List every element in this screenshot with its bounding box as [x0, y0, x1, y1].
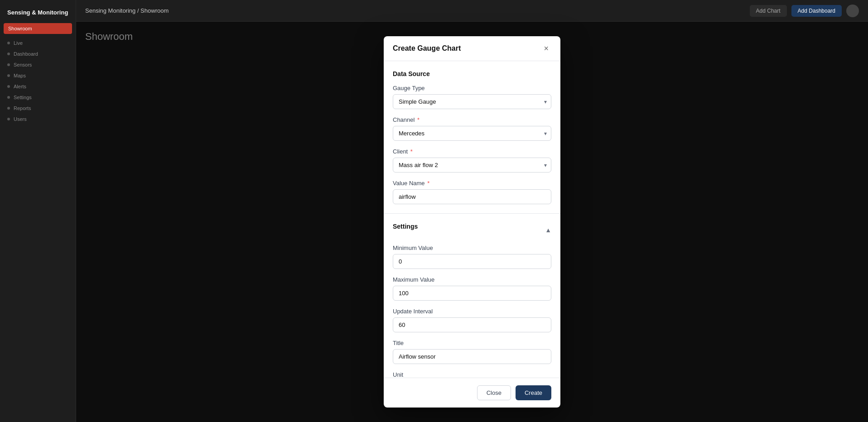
- client-required-marker: *: [409, 148, 413, 155]
- gauge-type-select-wrapper: Simple Gauge: [393, 94, 551, 109]
- channel-select-wrapper: Mercedes: [393, 126, 551, 141]
- max-value-input[interactable]: [393, 286, 551, 301]
- sidebar-item-maps[interactable]: Maps: [0, 70, 76, 81]
- sidebar-dot-icon: [7, 42, 10, 44]
- sidebar-dot-icon: [7, 107, 10, 110]
- client-select[interactable]: Mass air flow 2: [393, 158, 551, 173]
- min-value-label: Minimum Value: [393, 245, 551, 251]
- modal-header: Create Gauge Chart ×: [384, 36, 560, 61]
- top-bar: Sensing Monitoring / Showroom Add Chart …: [76, 0, 868, 22]
- value-name-label: Value Name *: [393, 180, 551, 187]
- app-logo: Sensing & Monitoring: [0, 5, 76, 23]
- sidebar-dot-icon: [7, 63, 10, 66]
- min-value-group: Minimum Value: [393, 245, 551, 269]
- title-input[interactable]: [393, 349, 551, 364]
- gauge-type-group: Gauge Type Simple Gauge: [393, 85, 551, 109]
- top-right-actions: Add Chart Add Dashboard: [750, 5, 859, 17]
- modal-close-icon-button[interactable]: ×: [541, 43, 551, 53]
- modal-title: Create Gauge Chart: [393, 44, 461, 53]
- sidebar-dot-icon: [7, 118, 10, 120]
- unit-label: Unit: [393, 371, 551, 378]
- add-dashboard-button[interactable]: Add Dashboard: [791, 5, 842, 17]
- channel-label: Channel *: [393, 116, 551, 123]
- client-label: Client *: [393, 148, 551, 155]
- update-interval-group: Update Interval: [393, 308, 551, 332]
- settings-title: Settings: [393, 223, 418, 230]
- gauge-type-select[interactable]: Simple Gauge: [393, 94, 551, 109]
- add-chart-button[interactable]: Add Chart: [750, 5, 787, 17]
- sidebar-item-users[interactable]: Users: [0, 114, 76, 125]
- channel-select[interactable]: Mercedes: [393, 126, 551, 141]
- modal-footer: Close Create: [384, 378, 560, 408]
- max-value-label: Maximum Value: [393, 276, 551, 283]
- client-select-wrapper: Mass air flow 2: [393, 158, 551, 173]
- value-name-required-marker: *: [426, 180, 430, 187]
- client-group: Client * Mass air flow 2: [393, 148, 551, 173]
- breadcrumb: Sensing Monitoring / Showroom: [85, 7, 169, 14]
- data-source-section: Data Source Gauge Type Simple Gauge: [393, 70, 551, 204]
- sidebar-item-sensors[interactable]: Sensors: [0, 59, 76, 70]
- title-label: Title: [393, 340, 551, 346]
- create-gauge-chart-modal: Create Gauge Chart × Data Source Gauge T…: [384, 36, 560, 408]
- sidebar-dot-icon: [7, 96, 10, 99]
- sidebar-active-item[interactable]: Showroom: [4, 23, 72, 34]
- min-value-input[interactable]: [393, 254, 551, 269]
- sidebar-dot-icon: [7, 85, 10, 88]
- sidebar-dot-icon: [7, 74, 10, 77]
- sidebar-item-reports[interactable]: Reports: [0, 103, 76, 114]
- sidebar-item-live[interactable]: Live: [0, 38, 76, 48]
- sidebar-item-dashboard[interactable]: Dashboard: [0, 48, 76, 59]
- channel-group: Channel * Mercedes: [393, 116, 551, 141]
- close-button[interactable]: Close: [477, 385, 511, 400]
- unit-group: Unit Select a Unit: [393, 371, 551, 378]
- max-value-group: Maximum Value: [393, 276, 551, 301]
- main-content: Sensing Monitoring / Showroom Add Chart …: [76, 0, 868, 422]
- update-interval-label: Update Interval: [393, 308, 551, 315]
- data-source-title: Data Source: [393, 70, 551, 77]
- sidebar-dot-icon: [7, 53, 10, 55]
- page-area: Showroom Create Gauge Chart × Data Sourc…: [76, 22, 868, 422]
- sidebar: Sensing & Monitoring Showroom Live Dashb…: [0, 0, 76, 422]
- create-button[interactable]: Create: [516, 385, 551, 400]
- settings-header: Settings ▲: [393, 223, 551, 237]
- gauge-type-label: Gauge Type: [393, 85, 551, 91]
- update-interval-input[interactable]: [393, 317, 551, 332]
- value-name-group: Value Name *: [393, 180, 551, 204]
- sidebar-item-alerts[interactable]: Alerts: [0, 81, 76, 92]
- modal-body: Data Source Gauge Type Simple Gauge: [384, 61, 560, 378]
- value-name-input[interactable]: [393, 189, 551, 204]
- settings-collapse-button[interactable]: ▲: [545, 226, 551, 234]
- sidebar-item-settings[interactable]: Settings: [0, 92, 76, 103]
- avatar: [846, 5, 859, 17]
- title-group: Title: [393, 340, 551, 364]
- modal-overlay: Create Gauge Chart × Data Source Gauge T…: [76, 22, 868, 422]
- settings-section: Settings ▲ Minimum Value Maximum Value: [393, 223, 551, 378]
- channel-required-marker: *: [415, 116, 420, 123]
- section-divider: [384, 213, 560, 214]
